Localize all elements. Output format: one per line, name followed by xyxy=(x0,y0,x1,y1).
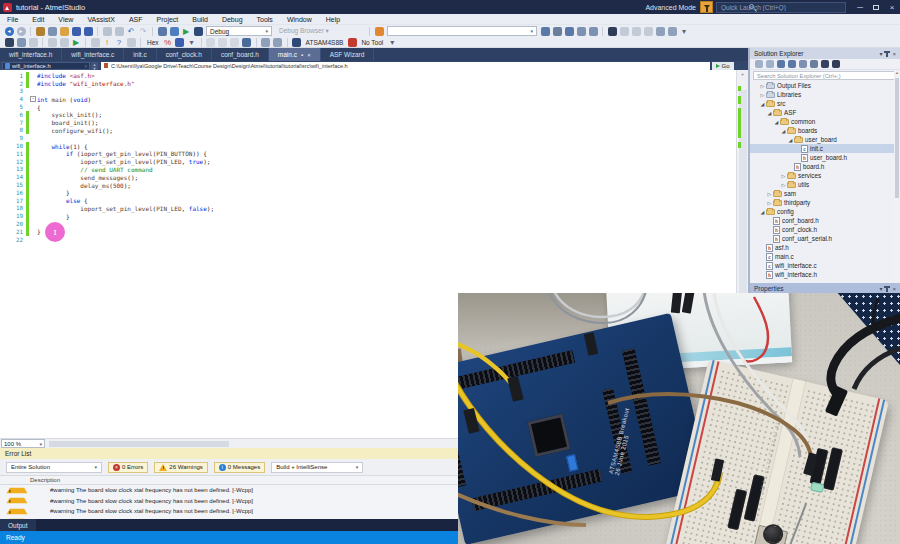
navigate-to-icon[interactable] xyxy=(158,27,167,36)
menu-item-file[interactable]: File xyxy=(0,14,25,25)
expander-closed-icon[interactable]: ▷ xyxy=(766,200,773,206)
window-position-icon[interactable]: ▾ xyxy=(879,285,882,292)
step-out-icon[interactable] xyxy=(127,38,136,47)
open-file-icon[interactable] xyxy=(60,27,69,36)
find-icon[interactable] xyxy=(170,27,179,36)
close-icon[interactable]: × xyxy=(307,52,311,58)
expander-open-icon[interactable]: ◢ xyxy=(780,128,787,134)
nav-split-buttons[interactable]: ▲▼ xyxy=(91,62,98,70)
restart-icon[interactable]: ? xyxy=(115,38,124,47)
code-line[interactable]: 14 send_messages(); xyxy=(0,173,736,181)
scope-filter-dropdown[interactable]: Entire Solution▾ xyxy=(6,462,102,473)
tool-icon[interactable] xyxy=(348,38,357,47)
menu-item-vassistx[interactable]: VAssistX xyxy=(80,14,122,25)
bookmark-prev-icon[interactable] xyxy=(632,27,641,36)
scope-dropdown[interactable]: wifi_interface.h▾ xyxy=(2,62,90,70)
tree-item-init.c[interactable]: cinit.c xyxy=(750,144,900,153)
new-project-icon[interactable] xyxy=(36,27,45,36)
menu-item-debug[interactable]: Debug xyxy=(215,14,250,25)
code-line[interactable]: 3 xyxy=(0,88,736,96)
stop-debug-icon[interactable] xyxy=(29,38,38,47)
code-line[interactable]: 22 xyxy=(0,236,736,244)
hex-toggle[interactable]: Hex xyxy=(147,39,159,46)
code-line[interactable]: 20 xyxy=(0,220,736,228)
tree-item-services[interactable]: ▷services xyxy=(750,171,900,180)
tree-item-common[interactable]: ◢common xyxy=(750,117,900,126)
programmer-icon[interactable] xyxy=(261,38,270,47)
fold-collapse-icon[interactable]: − xyxy=(30,96,36,102)
tree-item-config[interactable]: ◢config xyxy=(750,207,900,216)
tree-scroll-thumb[interactable] xyxy=(895,78,899,198)
expander-open-icon[interactable]: ◢ xyxy=(766,110,773,116)
memory-dropdown-icon[interactable]: ▾ xyxy=(187,38,196,47)
tab-conf_board.h[interactable]: conf_board.h xyxy=(212,48,269,61)
code-line[interactable]: 10 while(1) { xyxy=(0,142,736,150)
navigate-backward-icon[interactable]: ◄ xyxy=(5,27,14,36)
window-position-icon[interactable]: ▾ xyxy=(879,50,882,57)
code-line[interactable]: 15 delay_ms(500); xyxy=(0,181,736,189)
pin-icon[interactable] xyxy=(886,286,888,292)
expander-closed-icon[interactable]: ▷ xyxy=(780,182,787,188)
tree-item-Output Files[interactable]: ▷Output Files xyxy=(750,81,900,90)
se-pin-icon[interactable] xyxy=(832,60,840,68)
output-tab[interactable]: Output xyxy=(0,519,36,531)
device-name-label[interactable]: ATSAM4S8B xyxy=(306,39,344,46)
toolbar-overflow-icon[interactable]: ▾ xyxy=(680,27,689,36)
tree-item-user_board.h[interactable]: huser_board.h xyxy=(750,153,900,162)
se-properties-icon[interactable] xyxy=(810,60,818,68)
search-target-combo[interactable]: ▾ xyxy=(387,26,537,36)
debug-browser-combo[interactable]: Debug Browser ▾ xyxy=(276,26,364,36)
expander-open-icon[interactable]: ◢ xyxy=(759,101,766,107)
expander-closed-icon[interactable]: ▷ xyxy=(780,173,787,179)
close-icon[interactable]: × xyxy=(892,286,896,292)
tree-item-src[interactable]: ◢src xyxy=(750,99,900,108)
refresh-icon[interactable] xyxy=(656,27,665,36)
extension-icon[interactable] xyxy=(565,27,574,36)
expander-open-icon[interactable]: ◢ xyxy=(759,209,766,215)
se-back-icon[interactable] xyxy=(755,60,763,68)
pin-icon[interactable]: ▪ xyxy=(301,52,303,58)
disabled-icon-3[interactable] xyxy=(230,38,239,47)
bookmark-next-icon[interactable] xyxy=(620,27,629,36)
toolbar2-overflow-icon[interactable]: ▾ xyxy=(388,38,397,47)
code-line[interactable]: 18 ioport_set_pin_level(PIN_LED, false); xyxy=(0,205,736,213)
reset-icon[interactable]: ! xyxy=(103,38,112,47)
tree-item-conf_board.h[interactable]: hconf_board.h xyxy=(750,216,900,225)
pause-icon[interactable] xyxy=(60,38,69,47)
tree-item-user_board[interactable]: ◢user_board xyxy=(750,135,900,144)
step-into-icon[interactable] xyxy=(91,38,100,47)
tree-item-thirdparty[interactable]: ▷thirdparty xyxy=(750,198,900,207)
code-line[interactable]: 8 configure_wifi(); xyxy=(0,127,736,135)
cut-icon[interactable] xyxy=(103,27,112,36)
tab-conf_clock.h[interactable]: conf_clock.h xyxy=(157,48,212,61)
copy-icon[interactable] xyxy=(115,27,124,36)
code-line[interactable]: 12 ioport_set_pin_level(PIN_LED, true); xyxy=(0,158,736,166)
start-debugging-icon[interactable]: ▶ xyxy=(182,27,191,36)
zoom-level-dropdown[interactable]: 100 %▾ xyxy=(1,439,45,448)
close-button[interactable]: × xyxy=(884,0,900,14)
attach-icon[interactable] xyxy=(194,27,203,36)
solution-explorer-search-input[interactable] xyxy=(753,71,897,80)
screen-icon[interactable] xyxy=(589,27,598,36)
code-line[interactable]: 21} xyxy=(0,228,736,236)
window-layout-icon[interactable] xyxy=(541,27,550,36)
tree-item-ASF[interactable]: ◢ASF xyxy=(750,108,900,117)
code-line[interactable]: 1#include <asf.h> xyxy=(0,72,736,80)
tree-item-board.h[interactable]: hboard.h xyxy=(750,162,900,171)
profile-filter-button[interactable] xyxy=(700,1,713,13)
attach-target-icon[interactable] xyxy=(5,38,14,47)
splitter-grip[interactable]: + xyxy=(737,70,748,78)
tab-wifi_interface.h[interactable]: wifi_interface.h xyxy=(0,48,62,61)
memory-icon[interactable] xyxy=(175,38,184,47)
io-view-icon[interactable] xyxy=(242,38,251,47)
menu-item-asf[interactable]: ASF xyxy=(122,14,150,25)
tab-init.c[interactable]: init.c xyxy=(124,48,156,61)
se-home-icon[interactable] xyxy=(777,60,785,68)
code-line[interactable]: 11 if (ioport_get_pin_level(PIN_BUTTON))… xyxy=(0,150,736,158)
save-icon[interactable] xyxy=(72,27,81,36)
add-item-icon[interactable] xyxy=(48,27,57,36)
menu-item-help[interactable]: Help xyxy=(319,14,347,25)
expander-closed-icon[interactable]: ▷ xyxy=(766,191,773,197)
warnings-filter-button[interactable]: 26 Warnings xyxy=(154,462,207,473)
code-line[interactable]: 17 else { xyxy=(0,197,736,205)
